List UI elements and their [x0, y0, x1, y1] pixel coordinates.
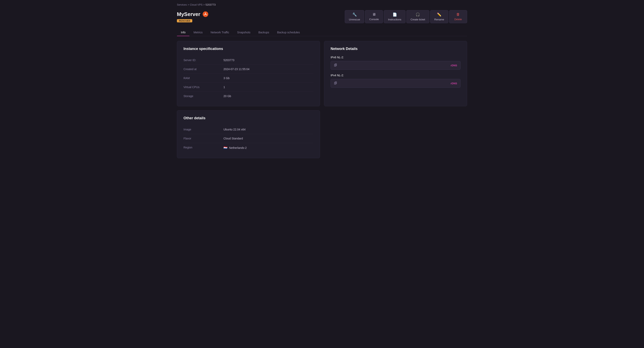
other-value-region: 🇳🇱 Netherlands-2 — [224, 146, 247, 150]
other-label-flavor: Flavor — [184, 137, 224, 140]
spec-row-serverid: Server ID: 5203773 — [184, 56, 314, 65]
other-details-title: Other details — [184, 116, 314, 120]
other-details-card: Other details Image Ubuntu 22.04 x64 Fla… — [177, 110, 320, 158]
spec-label-ram: RAM — [184, 76, 224, 80]
tab-snapshots[interactable]: Snapshots — [233, 29, 254, 36]
breadcrumb: Services > Cloud VPS > 5203773 — [177, 3, 467, 6]
svg-point-4 — [206, 14, 207, 15]
spec-value-vcpu: 1 — [224, 85, 225, 89]
server-name: MyServer — [177, 11, 200, 17]
tabs: Info Metrics Network Traffic Snapshots B… — [177, 29, 467, 36]
svg-point-3 — [204, 14, 205, 15]
toolbar: 🔧 Unrescue 🖥 Console 📄 Instructions 🎧 Cr… — [345, 10, 467, 23]
spec-label-created: Created at — [184, 67, 224, 71]
ipv6-rdns-button[interactable]: rDNS — [450, 64, 457, 67]
server-name-row: MyServer — [177, 11, 208, 17]
ipv4-label: IPv4 NL-2: — [330, 74, 460, 77]
status-badge: RESCUED — [177, 19, 192, 22]
spec-value-created: 2024-07-23 11:55:04 — [224, 67, 250, 71]
spec-label-vcpu: Virtual CPUs — [184, 85, 224, 89]
spec-row-ram: RAM 3 Gb — [184, 74, 314, 83]
bottom-grid: Other details Image Ubuntu 22.04 x64 Fla… — [177, 110, 467, 158]
ipv4-section: IPv4 NL-2: 🗐 rDNS — [330, 74, 460, 88]
spec-row-storage: Storage 20 Gb — [184, 92, 314, 100]
netherlands-flag: 🇳🇱 — [224, 146, 228, 150]
spec-value-ram: 3 Gb — [224, 76, 230, 80]
content-grid: Instance specifications Server ID: 52037… — [177, 41, 467, 106]
svg-point-2 — [205, 12, 206, 13]
other-row-image: Image Ubuntu 22.04 x64 — [184, 125, 314, 134]
spec-row-created: Created at 2024-07-23 11:55:04 — [184, 65, 314, 74]
create-ticket-icon: 🎧 — [416, 12, 420, 17]
ipv4-field: 🗐 rDNS — [330, 79, 460, 88]
delete-button[interactable]: 🗑 Delete — [449, 10, 467, 23]
copy-ipv6-icon[interactable]: 🗐 — [334, 63, 337, 67]
tab-metrics[interactable]: Metrics — [190, 29, 206, 36]
spec-row-vcpu: Virtual CPUs 1 — [184, 83, 314, 92]
other-label-image: Image — [184, 128, 224, 131]
rename-icon: ✏️ — [437, 12, 441, 17]
spec-rows: Server ID: 5203773 Created at 2024-07-23… — [184, 56, 314, 100]
tab-backups[interactable]: Backups — [254, 29, 273, 36]
spec-label-storage: Storage — [184, 94, 224, 98]
server-info: MyServer RESCUED — [177, 11, 208, 22]
other-detail-rows: Image Ubuntu 22.04 x64 Flavor Cloud Stan… — [184, 125, 314, 152]
other-label-region: Region — [184, 146, 224, 150]
other-row-region: Region 🇳🇱 Netherlands-2 — [184, 143, 314, 152]
unrescue-button[interactable]: 🔧 Unrescue — [345, 10, 364, 23]
ipv6-field: 🗐 rDNS — [330, 61, 460, 70]
ipv6-section: IPv6 NL-2: 🗐 rDNS — [330, 56, 460, 70]
network-details-title: Network Details — [330, 47, 460, 51]
instructions-icon: 📄 — [392, 12, 397, 17]
console-icon: 🖥 — [372, 12, 376, 16]
tab-info[interactable]: Info — [177, 29, 190, 36]
bottom-right-empty — [324, 110, 467, 158]
ubuntu-icon — [203, 11, 208, 17]
header-row: MyServer RESCUED 🔧 Unrescu — [177, 10, 467, 23]
other-row-flavor: Flavor Cloud Standard — [184, 134, 314, 143]
rename-button[interactable]: ✏️ Rename — [430, 10, 448, 23]
svg-point-1 — [205, 13, 206, 15]
console-button[interactable]: 🖥 Console — [365, 10, 383, 23]
spec-value-serverid: 5203773 — [224, 58, 234, 62]
instructions-button[interactable]: 📄 Instructions — [384, 10, 405, 23]
instance-specs-card: Instance specifications Server ID: 52037… — [177, 41, 320, 106]
tab-network-traffic[interactable]: Network Traffic — [206, 29, 233, 36]
tab-backup-schedules[interactable]: Backup schedules — [273, 29, 304, 36]
other-value-image: Ubuntu 22.04 x64 — [224, 128, 246, 131]
region-name: Netherlands-2 — [229, 146, 247, 149]
spec-label-serverid: Server ID: — [184, 58, 224, 62]
unrescue-icon: 🔧 — [352, 12, 357, 17]
other-value-flavor: Cloud Standard — [224, 137, 243, 140]
spec-value-storage: 20 Gb — [224, 94, 231, 98]
create-ticket-button[interactable]: 🎧 Create ticket — [406, 10, 429, 23]
delete-icon: 🗑 — [456, 12, 460, 16]
instance-specs-title: Instance specifications — [184, 47, 314, 51]
ipv6-label: IPv6 NL-2: — [330, 56, 460, 59]
network-details-card: Network Details IPv6 NL-2: 🗐 rDNS IPv4 N… — [324, 41, 467, 106]
copy-ipv4-icon[interactable]: 🗐 — [334, 81, 337, 85]
ipv4-rdns-button[interactable]: rDNS — [450, 82, 457, 85]
